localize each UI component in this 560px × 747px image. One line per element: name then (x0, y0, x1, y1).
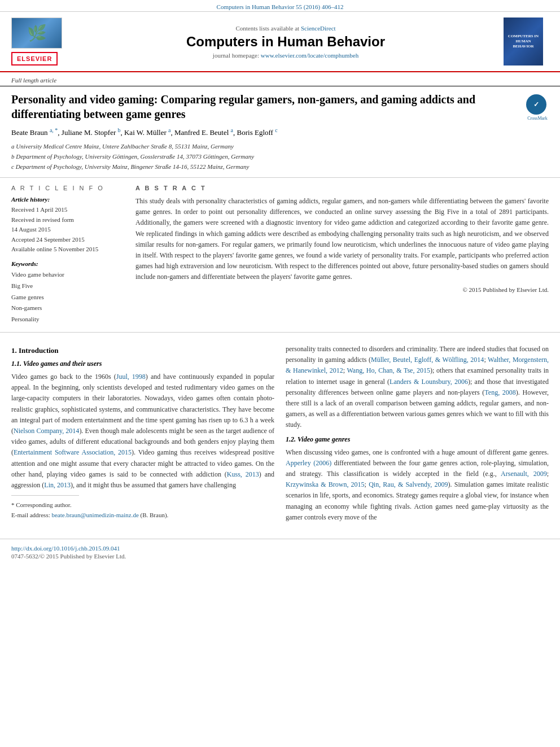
journal-citation-link[interactable]: Computers in Human Behavior 55 (2016) 40… (217, 3, 344, 10)
abstract-label: A B S T R A C T (135, 185, 549, 191)
affiliation-b: b Department of Psychology, University G… (11, 152, 520, 162)
right-col-para1: personality traits connected to disorder… (286, 344, 549, 431)
article-title-text: Personality and video gaming: Comparing … (11, 92, 520, 172)
journal-header-center: Contents lists available at ScienceDirec… (77, 25, 495, 59)
intro-para1: Video games go back to the 1960s (Juul, … (11, 372, 274, 491)
genres-para: When discussing video games, one is conf… (286, 447, 549, 523)
journal-header-right: COMPUTERS IN HUMAN BEHAVIOR (504, 18, 549, 65)
body-left-column: 1. Introduction 1.1. Video games and the… (11, 344, 274, 527)
contents-line: Contents lists available at ScienceDirec… (77, 25, 495, 32)
authors: Beate Braun a, *, Juliane M. Stopfer b, … (11, 127, 520, 137)
sciencedirect-link[interactable]: ScienceDirect (301, 25, 336, 32)
keyword-2: Big Five (11, 281, 124, 292)
history-heading: Article history: (11, 196, 124, 203)
journal-title: Computers in Human Behavior (77, 34, 495, 50)
svg-text:✓: ✓ (533, 101, 539, 108)
author-braun: Beate Braun (11, 128, 48, 137)
history-available: Available online 5 November 2015 (11, 244, 124, 255)
author-stopfer-sup: b (117, 127, 120, 133)
footer-doi[interactable]: http://dx.doi.org/10.1016/j.chb.2015.09.… (11, 545, 549, 552)
cover-image: COMPUTERS IN HUMAN BEHAVIOR (504, 18, 543, 65)
ref-krzywinska[interactable]: Krzywinska & Brown, 2015 (286, 480, 365, 488)
author-muller: Kai W. Müller (124, 128, 167, 137)
footnote-divider (11, 495, 79, 496)
ref-wang2015[interactable]: Wang, Ho, Chan, & Tse, 2015 (347, 366, 430, 374)
crossmark-label: CrossMark (526, 116, 549, 121)
keywords-heading: Keywords: (11, 260, 124, 267)
affiliations: a University Medical Centre Mainz, Unter… (11, 142, 520, 172)
history-received: Received 1 April 2015 (11, 205, 124, 215)
article-info-column: A R T I C L E I N F O Article history: R… (11, 185, 124, 325)
homepage-line: journal homepage: www.elsevier.com/locat… (77, 52, 495, 59)
author-muller-sup: a (168, 127, 170, 133)
subsection2-heading: 1.2. Video game genres (286, 435, 549, 444)
crossmark: ✓ CrossMark (526, 94, 549, 121)
crossmark-icon: ✓ (526, 94, 546, 115)
author-stopfer: Juliane M. Stopfer (62, 128, 116, 137)
article-info-abstract: A R T I C L E I N F O Article history: R… (0, 178, 560, 333)
abstract-column: A B S T R A C T This study deals with pe… (135, 185, 549, 325)
footnote-corresponding: * Corresponding author. (11, 500, 274, 510)
ref-qin[interactable]: Qin, Rau, & Salvendy, 2009 (369, 480, 448, 488)
author-beutel: Manfred E. Beutel (174, 128, 229, 137)
author-braun-sup: a, * (50, 127, 58, 133)
article-type: Full length article (0, 72, 560, 86)
ref-arsenault[interactable]: Arsenault, 2009 (501, 470, 547, 478)
affiliation-a: a University Medical Centre Mainz, Unter… (11, 142, 520, 152)
journal-header-left: 🌿 ELSEVIER (11, 18, 68, 65)
history-revised-date: 14 August 2015 (11, 225, 124, 235)
journal-citation-bar: Computers in Human Behavior 55 (2016) 40… (0, 0, 560, 12)
ref-kuss[interactable]: Kuss, 2013 (227, 470, 259, 478)
doi-link[interactable]: http://dx.doi.org/10.1016/j.chb.2015.09.… (11, 545, 120, 552)
footer-issn: 0747-5632/© 2015 Published by Elsevier L… (11, 553, 549, 560)
affiliation-c: c Department of Psychology, University M… (11, 162, 520, 172)
copyright: © 2015 Published by Elsevier Ltd. (135, 286, 549, 293)
page-footer: http://dx.doi.org/10.1016/j.chb.2015.09.… (0, 539, 560, 565)
keyword-4: Non-gamers (11, 303, 124, 314)
ref-juul[interactable]: Juul, 1998 (116, 373, 146, 381)
section1-heading: 1. Introduction (11, 346, 274, 355)
keyword-5: Personality (11, 314, 124, 325)
author-egloff: Boris Egloff (237, 128, 273, 137)
body-right-column: personality traits connected to disorder… (286, 344, 549, 527)
homepage-link[interactable]: www.elsevier.com/locate/comphumbeh (261, 52, 358, 59)
abstract-text: This study deals with personality charac… (135, 196, 549, 283)
footnote-email: E-mail address: beate.braun@unimedizin-m… (11, 510, 274, 521)
ref-muller2014[interactable]: Müller, Beutel, Egloff, & Wölfling, 2014 (371, 356, 484, 364)
keyword-1: Video game behavior (11, 269, 124, 281)
ref-esa[interactable]: Entertainment Software Association, 2015 (14, 448, 132, 456)
keyword-3: Game genres (11, 292, 124, 303)
author-egloff-sup: c (275, 127, 277, 133)
ref-teng[interactable]: Teng, 2008 (484, 388, 516, 396)
article-title: Personality and video gaming: Comparing … (11, 92, 520, 121)
ref-apperley[interactable]: Apperley (2006) (286, 459, 331, 467)
email-link[interactable]: beate.braun@unimedizin-mainz.de (51, 512, 138, 518)
elsevier-logo: ELSEVIER (11, 52, 58, 65)
crossmark-svg: ✓ (530, 98, 542, 111)
author-beutel-sup: a (231, 127, 233, 133)
article-title-section: Personality and video gaming: Comparing … (0, 86, 560, 178)
journal-header: 🌿 ELSEVIER Contents lists available at S… (0, 12, 560, 72)
history-accepted: Accepted 24 September 2015 (11, 235, 124, 245)
main-body: 1. Introduction 1.1. Video games and the… (0, 333, 560, 533)
ref-landers[interactable]: Landers & Lounsbury, 2006 (390, 378, 468, 386)
keywords-section: Keywords: Video game behavior Big Five G… (11, 260, 124, 325)
article-info-label: A R T I C L E I N F O (11, 185, 124, 191)
history-revised-label: Received in revised form (11, 215, 124, 225)
subsection1-heading: 1.1. Video games and their users (11, 360, 274, 368)
ref-nielson[interactable]: Nielson Company, 2014 (14, 427, 79, 435)
ref-lin[interactable]: Lin, 2013 (44, 481, 71, 489)
article-history: Article history: Received 1 April 2015 R… (11, 196, 124, 255)
